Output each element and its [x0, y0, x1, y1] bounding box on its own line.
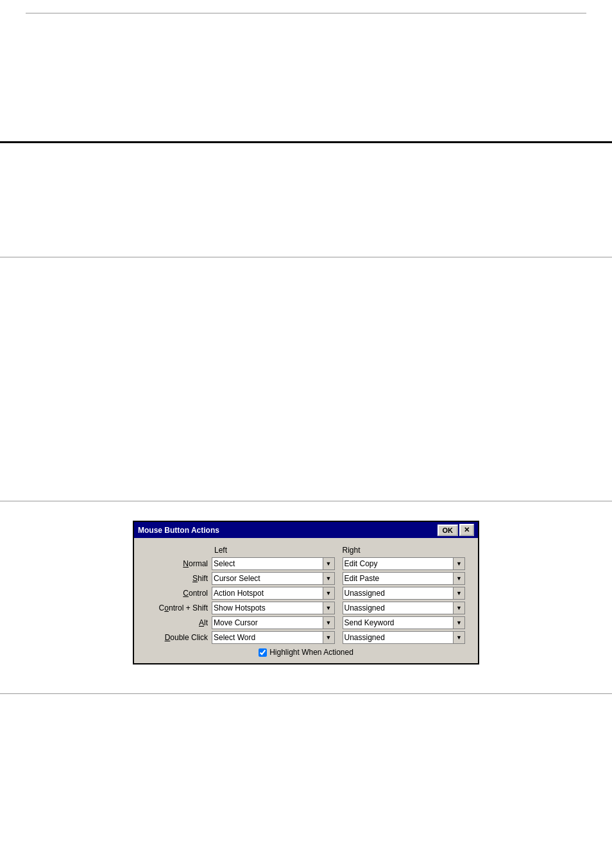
normal-left-select[interactable]: Select Cursor Select Action Hotspot Show… [212, 559, 334, 568]
shift-right-select[interactable]: Edit Paste Edit Copy Unassigned Send Key… [343, 574, 465, 583]
control-shift-left-select-container[interactable]: Show Hotspots Select Cursor Select Actio… [212, 602, 335, 614]
dialog-title: Mouse Button Actions [138, 526, 219, 535]
highlight-checkbox-text: Highlight When Actioned [269, 648, 353, 657]
page-container: Mouse Button Actions OK ✕ Left Right [0, 0, 612, 868]
shift-left-select-container[interactable]: Cursor Select Select Action Hotspot Show… [212, 572, 335, 585]
normal-left-select-container[interactable]: Select Cursor Select Action Hotspot Show… [212, 557, 335, 570]
control-right-select-container[interactable]: Unassigned Edit Copy Edit Paste Send Key… [343, 587, 466, 600]
highlight-checkbox-label[interactable]: Highlight When Actioned [259, 648, 353, 657]
modifier-shift: Shift [144, 574, 212, 583]
row-control: Control Action Hotspot Select Cursor Sel… [144, 587, 468, 600]
control-shift-left-select[interactable]: Show Hotspots Select Cursor Select Actio… [212, 603, 334, 612]
dialog-content: Left Right Normal Select Cursor Select A… [134, 538, 478, 663]
double-click-left-select-container[interactable]: Select Word Select Cursor Select Action … [212, 631, 335, 644]
modifier-col-header [144, 546, 212, 555]
row-control-shift: Control + Shift Show Hotspots Select Cur… [144, 602, 468, 614]
checkbox-row: Highlight When Actioned [144, 648, 468, 657]
section-top [0, 0, 612, 141]
ok-button[interactable]: OK [438, 525, 459, 536]
titlebar-buttons: OK ✕ [438, 524, 475, 536]
modifier-control-shift: Control + Shift [144, 603, 212, 612]
alt-left-select-container[interactable]: Move Cursor Select Cursor Select Action … [212, 616, 335, 629]
left-col-header: Left [212, 546, 328, 555]
control-right-select[interactable]: Unassigned Edit Copy Edit Paste Send Key… [343, 589, 465, 598]
double-click-right-select-container[interactable]: Unassigned Edit Copy Edit Paste Send Key… [343, 631, 466, 644]
mouse-button-actions-dialog: Mouse Button Actions OK ✕ Left Right [133, 521, 479, 664]
modifier-alt: Alt [144, 618, 212, 627]
modifier-control: Control [144, 589, 212, 598]
row-shift: Shift Cursor Select Select Action Hotspo… [144, 572, 468, 585]
modifier-double-click: Double Click [144, 633, 212, 642]
section-bottom [0, 693, 612, 719]
double-click-right-select[interactable]: Unassigned Edit Copy Edit Paste Send Key… [343, 633, 465, 642]
shift-right-select-container[interactable]: Edit Paste Edit Copy Unassigned Send Key… [343, 572, 466, 585]
dialog-titlebar: Mouse Button Actions OK ✕ [134, 522, 478, 538]
modifier-normal: Normal [144, 559, 212, 568]
control-left-select[interactable]: Action Hotspot Select Cursor Select Show… [212, 589, 334, 598]
control-shift-right-select[interactable]: Unassigned Edit Copy Edit Paste Send Key… [343, 603, 465, 612]
control-shift-right-select-container[interactable]: Unassigned Edit Copy Edit Paste Send Key… [343, 602, 466, 614]
alt-right-select[interactable]: Send Keyword Edit Copy Edit Paste Unassi… [343, 618, 465, 627]
double-click-left-select[interactable]: Select Word Select Cursor Select Action … [212, 633, 334, 642]
shift-left-select[interactable]: Cursor Select Select Action Hotspot Show… [212, 574, 334, 583]
row-double-click: Double Click Select Word Select Cursor S… [144, 631, 468, 644]
highlight-checkbox[interactable] [259, 648, 267, 657]
section-thick [0, 141, 612, 257]
control-left-select-container[interactable]: Action Hotspot Select Cursor Select Show… [212, 587, 335, 600]
column-headers: Left Right [144, 546, 468, 555]
normal-right-select-container[interactable]: Edit Copy Edit Paste Unassigned Send Key… [343, 557, 466, 570]
alt-left-select[interactable]: Move Cursor Select Cursor Select Action … [212, 618, 334, 627]
section-middle [0, 257, 612, 501]
normal-right-select[interactable]: Edit Copy Edit Paste Unassigned Send Key… [343, 559, 465, 568]
close-button[interactable]: ✕ [459, 524, 474, 536]
top-divider [26, 13, 586, 13]
row-alt: Alt Move Cursor Select Cursor Select Act… [144, 616, 468, 629]
section-dialog-area: Mouse Button Actions OK ✕ Left Right [0, 501, 612, 693]
row-normal: Normal Select Cursor Select Action Hotsp… [144, 557, 468, 570]
right-col-header: Right [340, 546, 457, 555]
alt-right-select-container[interactable]: Send Keyword Edit Copy Edit Paste Unassi… [343, 616, 466, 629]
